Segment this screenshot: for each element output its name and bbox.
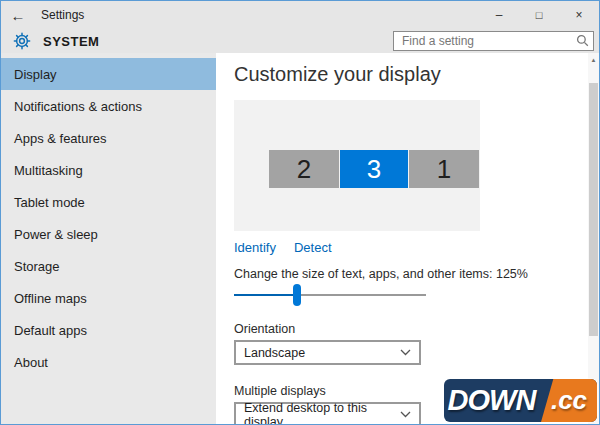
monitor-3[interactable]: 3 (340, 150, 408, 188)
window-title: Settings (41, 8, 479, 22)
slider-fill (234, 294, 297, 296)
sidebar-item-about[interactable]: About (1, 346, 216, 378)
settings-window: ← Settings – □ × SYSTEM (0, 0, 600, 425)
sidebar-item-apps-features[interactable]: Apps & features (1, 122, 216, 154)
maximize-button[interactable]: □ (519, 1, 559, 29)
search-box (393, 31, 594, 51)
search-icon (576, 34, 589, 47)
gear-icon (13, 32, 31, 50)
sidebar-item-offline-maps[interactable]: Offline maps (1, 282, 216, 314)
close-button[interactable]: × (559, 1, 599, 29)
sidebar-item-storage[interactable]: Storage (1, 250, 216, 282)
scaling-label: Change the size of text, apps, and other… (234, 267, 599, 282)
page-title: Customize your display (234, 63, 599, 85)
multiple-displays-dropdown[interactable]: Extend desktop to this display (234, 402, 421, 425)
sidebar-item-multitasking[interactable]: Multitasking (1, 154, 216, 186)
scrollbar[interactable]: ▲ ▼ (588, 53, 599, 424)
search-input[interactable] (393, 31, 594, 51)
orientation-dropdown[interactable]: Landscape (234, 340, 421, 365)
scroll-up-icon[interactable]: ▲ (588, 54, 599, 66)
monitor-2[interactable]: 2 (269, 150, 339, 188)
scaling-slider[interactable] (234, 284, 426, 306)
monitor-visualization: 2 3 1 (234, 100, 480, 231)
chevron-down-icon (400, 411, 411, 418)
sidebar-item-notifications[interactable]: Notifications & actions (1, 90, 216, 122)
sidebar: Display Notifications & actions Apps & f… (1, 53, 216, 424)
main-content: Customize your display 2 3 1 Identify De… (216, 53, 599, 424)
monitor-1[interactable]: 1 (409, 150, 479, 188)
orientation-value: Landscape (244, 346, 400, 360)
back-arrow-icon: ← (11, 7, 26, 24)
back-button[interactable]: ← (1, 7, 35, 24)
maximize-icon: □ (536, 9, 543, 21)
watermark-text: DOWN (444, 384, 541, 417)
sidebar-item-default-apps[interactable]: Default apps (1, 314, 216, 346)
detect-link[interactable]: Detect (294, 240, 332, 254)
titlebar: ← Settings – □ × (1, 1, 599, 29)
downcc-watermark-logo: DOWN .cc (444, 379, 597, 422)
section-title: SYSTEM (43, 34, 393, 49)
sidebar-item-power-sleep[interactable]: Power & sleep (1, 218, 216, 250)
watermark-suffix: .cc (541, 379, 597, 422)
close-icon: × (575, 8, 582, 22)
sidebar-item-display[interactable]: Display (1, 58, 216, 90)
multiple-displays-value: Extend desktop to this display (244, 401, 400, 425)
orientation-label: Orientation (234, 322, 599, 336)
minimize-icon: – (496, 8, 503, 22)
sidebar-item-tablet-mode[interactable]: Tablet mode (1, 186, 216, 218)
scrollbar-thumb[interactable] (589, 83, 598, 336)
chevron-down-icon (400, 349, 411, 356)
minimize-button[interactable]: – (479, 1, 519, 29)
identify-link[interactable]: Identify (234, 240, 276, 254)
slider-thumb[interactable] (293, 284, 301, 306)
app-header: SYSTEM (1, 29, 599, 53)
